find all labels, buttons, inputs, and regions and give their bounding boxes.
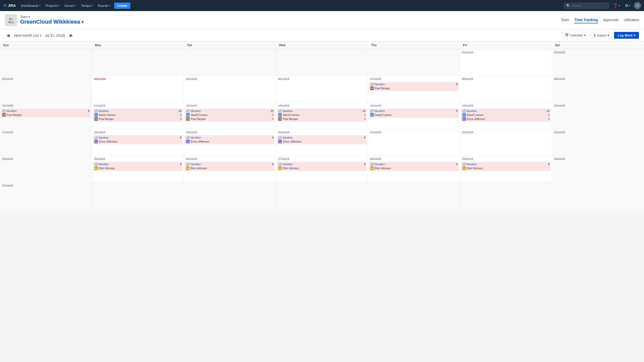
vacation-icon: 🔄 [278, 136, 281, 139]
team-label-row[interactable]: Team ▾ [20, 15, 84, 19]
person-row: PBPaul Bergen [370, 86, 458, 90]
event-title[interactable]: Vacation [374, 163, 385, 166]
user-avatar[interactable]: U [634, 2, 641, 9]
cell-date: 10/Jul/16 [1, 104, 91, 108]
tab-team[interactable]: Team [561, 17, 569, 23]
help-button[interactable]: ❓ ▾ [611, 2, 621, 9]
calendar-cell: 25/Jul/16🔄Vacation8BJBob Johnson [92, 156, 184, 182]
event-title-row: 🔄Vacation [278, 136, 293, 139]
tab-time-tracking[interactable]: Time Tracking [574, 17, 598, 23]
settings-button[interactable]: ⚙ ▾ [623, 2, 632, 9]
cell-date: 19/Jul/16 [185, 130, 275, 134]
person-left: BJBob Johnson [186, 166, 207, 170]
event-title[interactable]: Vacation [282, 163, 293, 166]
calendar-cell [92, 183, 184, 209]
event-header: 🔄Vacation8 [278, 136, 366, 139]
search-input[interactable] [572, 4, 605, 8]
person-avatar: DC [94, 113, 98, 117]
jira-logo[interactable]: ✕ JIRA [3, 3, 16, 8]
settings-arrow: ▾ [629, 4, 630, 7]
event-title[interactable]: Vacation [374, 83, 385, 86]
person-row: BJBob Johnson [462, 166, 550, 170]
person-avatar: DC [462, 113, 466, 117]
event-title[interactable]: Vacation [190, 163, 201, 166]
cell-date: 29/Jul/16 [461, 157, 551, 161]
cell-date: 24/Jul/16 [1, 157, 91, 161]
event-title[interactable]: Vacation [190, 109, 201, 112]
event-title[interactable]: Vacation [190, 136, 201, 139]
person-name: David Carsen [191, 113, 208, 116]
event-hours: 8 [456, 83, 457, 86]
event-title[interactable]: Vacation [282, 109, 293, 112]
calendar-button[interactable]: 📅 Calendar ▾ [562, 32, 589, 39]
event-title[interactable]: Vacation [98, 136, 109, 139]
cell-date: 28/Jul/16 [369, 157, 459, 161]
calendar-cell [276, 49, 368, 76]
tab-utilization[interactable]: Utilization [624, 17, 639, 23]
issues-menu[interactable]: Issues ▾ [62, 3, 78, 9]
cell-date: 30/Jul/16 [553, 157, 643, 161]
vacation-event: 🔄Vacation8PBPaul Bergen [1, 109, 91, 118]
calendar-cell: 30/Jul/16 [552, 156, 644, 182]
projects-menu[interactable]: Projects ▾ [44, 3, 61, 9]
calendar-cell: 09/Jul/16 [552, 76, 644, 102]
cell-date: 21/Jul/16 [369, 130, 459, 134]
vacation-icon: 🔄 [186, 163, 189, 166]
person-avatar: BJ [370, 166, 374, 170]
team-name[interactable]: GreenCloud Wikkkieea ▾ [20, 19, 84, 25]
person-avatar: DC [278, 113, 282, 117]
event-header: 🔄Vacation8 [94, 163, 182, 166]
cell-date: 13/Jul/16 [277, 104, 367, 108]
event-title[interactable]: Vacation [6, 109, 17, 112]
event-title-row: 🔄Vacation [462, 163, 477, 166]
person-hours: 8 [180, 113, 181, 116]
prev-month-button[interactable]: ◀ [5, 32, 11, 38]
calendar-cell: 20/Jul/16🔄Vacation8EJErica Jefferson [276, 129, 368, 156]
event-title[interactable]: Vacation [374, 109, 385, 112]
event-title-row: 🔄Vacation [94, 136, 109, 139]
person-name: David Carsen [99, 113, 116, 116]
cell-date: 18/Jul/16 [93, 130, 183, 134]
log-work-button[interactable]: Log Work ▾ [614, 32, 639, 39]
event-title[interactable]: Vacation [282, 136, 293, 139]
create-button[interactable]: Create [114, 3, 130, 9]
dashboards-menu[interactable]: Dashboards ▾ [19, 3, 43, 9]
boards-menu[interactable]: Boards ▾ [96, 3, 112, 9]
event-header: 🔄Vacation8 [370, 109, 458, 112]
calendar-cell: 22/Jul/16 [460, 129, 552, 156]
cell-date [277, 50, 367, 51]
next-month-button[interactable]: ▶ [68, 32, 74, 38]
settings-icon: ⚙ [625, 3, 628, 8]
event-title[interactable]: Vacation [466, 109, 477, 112]
projects-arrow: ▾ [58, 4, 59, 7]
event-title-row: 🔄Vacation [94, 109, 109, 112]
tempo-menu[interactable]: Tempo ▾ [79, 3, 95, 9]
person-left: BJBob Johnson [462, 166, 483, 170]
team-left: Team ▾ GreenCloud Wikkkieea ▾ [5, 14, 84, 26]
tab-approvals[interactable]: Approvals [603, 17, 619, 23]
search-box[interactable]: 🔍 [564, 3, 609, 9]
event-title-row: 🔄Vacation [370, 83, 385, 86]
calendar-controls: ◀ Next month (Jul 1 - Jul 31, 2016) ▶ 📅 … [0, 29, 644, 41]
export-button[interactable]: ⬇ Export ▾ [591, 32, 612, 39]
person-row: BJBob Johnson [278, 166, 366, 170]
event-hours: 8 [456, 163, 457, 166]
day-header-wed: Wed [276, 41, 368, 49]
jira-label: JIRA [8, 4, 16, 8]
search-icon: 🔍 [566, 4, 570, 8]
event-title[interactable]: Vacation [98, 163, 109, 166]
cell-date: 26/Jul/16 [185, 157, 275, 161]
cell-date: 25/Jul/16 [93, 157, 183, 161]
event-hours: 16 [363, 109, 366, 112]
event-title[interactable]: Vacation [98, 109, 109, 112]
vacation-event: 🔄Vacation16DCDavid Carsen8PBPaul Bergen8 [277, 109, 367, 122]
cell-date: 15/Jul/16 [461, 104, 551, 108]
svg-point-3 [11, 21, 14, 23]
cell-date [553, 184, 643, 185]
event-header: 🔄Vacation8 [370, 83, 458, 86]
vacation-icon: 🔄 [462, 110, 465, 112]
event-header: 🔄Vacation8 [186, 136, 273, 139]
calendar-container: SunMonTueWedThuFriSat 01/Jul/1602/Jul/16… [0, 41, 644, 209]
day-header-mon: Mon [92, 41, 184, 49]
event-title[interactable]: Vacation [466, 163, 477, 166]
